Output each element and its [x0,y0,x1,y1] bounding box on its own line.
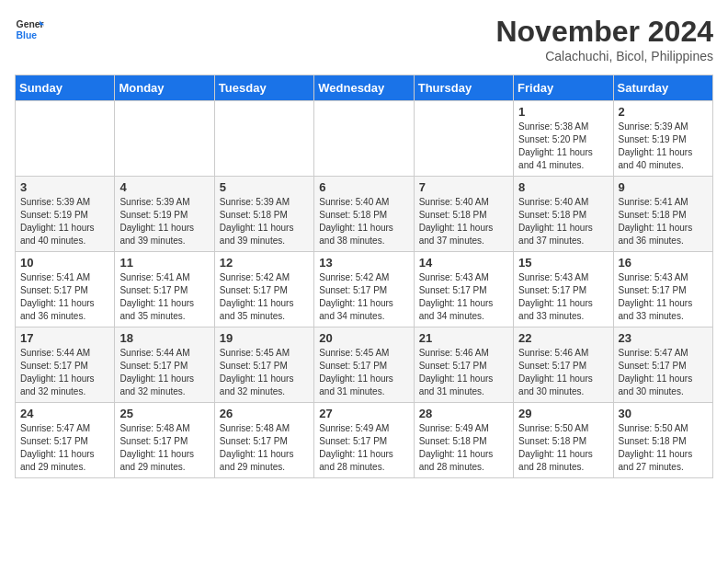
day-info: Sunrise: 5:50 AM Sunset: 5:18 PM Dayligh… [619,422,708,474]
day-info: Sunrise: 5:45 AM Sunset: 5:17 PM Dayligh… [319,347,408,398]
calendar-cell: 1Sunrise: 5:38 AM Sunset: 5:20 PM Daylig… [514,101,613,177]
day-number: 14 [419,256,508,270]
day-info: Sunrise: 5:39 AM Sunset: 5:19 PM Dayligh… [619,121,708,172]
day-number: 5 [220,180,309,194]
weekday-tuesday: Tuesday [214,75,313,101]
day-info: Sunrise: 5:47 AM Sunset: 5:17 PM Dayligh… [619,347,708,398]
day-info: Sunrise: 5:43 AM Sunset: 5:17 PM Dayligh… [518,271,608,323]
day-number: 17 [20,331,109,345]
day-number: 26 [220,407,309,420]
day-number: 22 [518,331,608,345]
calendar-cell: 28Sunrise: 5:49 AM Sunset: 5:18 PM Dayli… [414,403,513,478]
day-info: Sunrise: 5:46 AM Sunset: 5:17 PM Dayligh… [419,347,508,398]
day-number: 10 [20,256,109,270]
day-number: 27 [319,407,408,420]
calendar-cell: 13Sunrise: 5:42 AM Sunset: 5:17 PM Dayli… [314,252,414,327]
day-info: Sunrise: 5:49 AM Sunset: 5:17 PM Dayligh… [319,422,408,474]
calendar-cell: 18Sunrise: 5:44 AM Sunset: 5:17 PM Dayli… [115,327,214,403]
calendar-cell: 6Sunrise: 5:40 AM Sunset: 5:18 PM Daylig… [314,177,414,252]
day-info: Sunrise: 5:41 AM Sunset: 5:18 PM Dayligh… [619,196,708,247]
calendar-cell [115,101,214,177]
calendar-cell: 16Sunrise: 5:43 AM Sunset: 5:17 PM Dayli… [613,252,712,327]
title-area: November 2024 Calachuchi, Bicol, Philipp… [495,15,713,63]
calendar-cell: 4Sunrise: 5:39 AM Sunset: 5:19 PM Daylig… [115,177,214,252]
calendar-cell: 22Sunrise: 5:46 AM Sunset: 5:17 PM Dayli… [514,327,613,403]
month-title: November 2024 [495,15,713,49]
day-number: 1 [518,105,608,119]
day-info: Sunrise: 5:40 AM Sunset: 5:18 PM Dayligh… [518,196,608,247]
logo-icon: General Blue [15,15,44,44]
calendar-cell: 9Sunrise: 5:41 AM Sunset: 5:18 PM Daylig… [613,177,712,252]
calendar-cell [314,101,414,177]
calendar-cell: 27Sunrise: 5:49 AM Sunset: 5:17 PM Dayli… [314,403,414,478]
weekday-saturday: Saturday [613,75,712,101]
day-number: 16 [619,256,708,270]
calendar-table: SundayMondayTuesdayWednesdayThursdayFrid… [15,75,713,478]
day-number: 6 [319,180,408,194]
calendar-cell: 5Sunrise: 5:39 AM Sunset: 5:18 PM Daylig… [214,177,313,252]
day-info: Sunrise: 5:40 AM Sunset: 5:18 PM Dayligh… [419,196,508,247]
calendar-cell: 26Sunrise: 5:48 AM Sunset: 5:17 PM Dayli… [214,403,313,478]
day-number: 7 [419,180,508,194]
calendar-cell: 17Sunrise: 5:44 AM Sunset: 5:17 PM Dayli… [16,327,115,403]
day-info: Sunrise: 5:49 AM Sunset: 5:18 PM Dayligh… [419,422,508,474]
day-number: 8 [518,180,608,194]
day-number: 15 [518,256,608,270]
day-info: Sunrise: 5:39 AM Sunset: 5:18 PM Dayligh… [220,196,309,247]
calendar-cell [414,101,513,177]
weekday-friday: Friday [514,75,613,101]
day-number: 3 [20,180,109,194]
page-header: General Blue November 2024 Calachuchi, B… [15,15,713,63]
weekday-monday: Monday [115,75,214,101]
week-row-3: 10Sunrise: 5:41 AM Sunset: 5:17 PM Dayli… [16,252,713,327]
day-number: 19 [220,331,309,345]
calendar-cell: 30Sunrise: 5:50 AM Sunset: 5:18 PM Dayli… [613,403,712,478]
calendar-cell: 23Sunrise: 5:47 AM Sunset: 5:17 PM Dayli… [613,327,712,403]
calendar-cell: 2Sunrise: 5:39 AM Sunset: 5:19 PM Daylig… [613,101,712,177]
day-info: Sunrise: 5:47 AM Sunset: 5:17 PM Dayligh… [20,422,109,474]
day-info: Sunrise: 5:39 AM Sunset: 5:19 PM Dayligh… [119,196,209,247]
day-info: Sunrise: 5:38 AM Sunset: 5:20 PM Dayligh… [518,121,608,172]
day-number: 20 [319,331,408,345]
day-number: 11 [119,256,209,270]
day-number: 9 [619,180,708,194]
day-info: Sunrise: 5:41 AM Sunset: 5:17 PM Dayligh… [119,271,209,323]
day-number: 21 [419,331,508,345]
day-info: Sunrise: 5:45 AM Sunset: 5:17 PM Dayligh… [220,347,309,398]
day-number: 13 [319,256,408,270]
day-info: Sunrise: 5:39 AM Sunset: 5:19 PM Dayligh… [20,196,109,247]
calendar-cell: 29Sunrise: 5:50 AM Sunset: 5:18 PM Dayli… [514,403,613,478]
day-info: Sunrise: 5:42 AM Sunset: 5:17 PM Dayligh… [319,271,408,323]
day-number: 24 [20,407,109,420]
calendar-cell: 11Sunrise: 5:41 AM Sunset: 5:17 PM Dayli… [115,252,214,327]
week-row-1: 1Sunrise: 5:38 AM Sunset: 5:20 PM Daylig… [16,101,713,177]
day-info: Sunrise: 5:41 AM Sunset: 5:17 PM Dayligh… [20,271,109,323]
weekday-wednesday: Wednesday [314,75,414,101]
day-info: Sunrise: 5:48 AM Sunset: 5:17 PM Dayligh… [220,422,309,474]
day-info: Sunrise: 5:46 AM Sunset: 5:17 PM Dayligh… [518,347,608,398]
day-number: 23 [619,331,708,345]
day-info: Sunrise: 5:43 AM Sunset: 5:17 PM Dayligh… [619,271,708,323]
day-number: 2 [619,105,708,119]
week-row-2: 3Sunrise: 5:39 AM Sunset: 5:19 PM Daylig… [16,177,713,252]
calendar-cell: 10Sunrise: 5:41 AM Sunset: 5:17 PM Dayli… [16,252,115,327]
day-number: 25 [119,407,209,420]
weekday-header-row: SundayMondayTuesdayWednesdayThursdayFrid… [16,75,713,101]
location: Calachuchi, Bicol, Philippines [495,49,713,63]
logo: General Blue [15,15,44,44]
day-number: 30 [619,407,708,420]
calendar-cell: 3Sunrise: 5:39 AM Sunset: 5:19 PM Daylig… [16,177,115,252]
calendar-cell: 25Sunrise: 5:48 AM Sunset: 5:17 PM Dayli… [115,403,214,478]
day-number: 12 [220,256,309,270]
calendar-cell: 24Sunrise: 5:47 AM Sunset: 5:17 PM Dayli… [16,403,115,478]
day-number: 18 [119,331,209,345]
day-info: Sunrise: 5:40 AM Sunset: 5:18 PM Dayligh… [319,196,408,247]
day-number: 29 [518,407,608,420]
calendar-cell: 12Sunrise: 5:42 AM Sunset: 5:17 PM Dayli… [214,252,313,327]
day-info: Sunrise: 5:44 AM Sunset: 5:17 PM Dayligh… [119,347,209,398]
day-number: 4 [119,180,209,194]
calendar-cell [214,101,313,177]
calendar-cell: 15Sunrise: 5:43 AM Sunset: 5:17 PM Dayli… [514,252,613,327]
day-info: Sunrise: 5:48 AM Sunset: 5:17 PM Dayligh… [119,422,209,474]
calendar-cell: 14Sunrise: 5:43 AM Sunset: 5:17 PM Dayli… [414,252,513,327]
